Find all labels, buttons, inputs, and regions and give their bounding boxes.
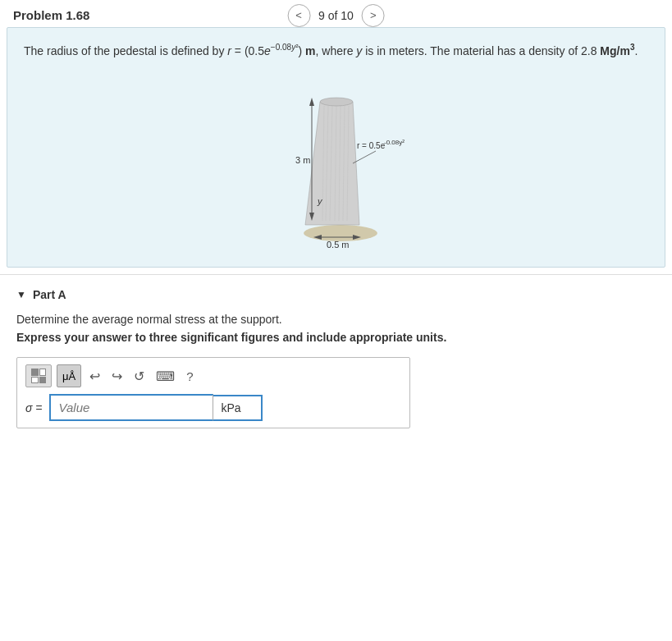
svg-line-16 xyxy=(353,151,376,163)
sigma-label: σ = xyxy=(25,401,43,414)
problem-text: The radius of the pedestal is defined by… xyxy=(24,41,648,60)
matrix-icon xyxy=(31,369,46,383)
unit-display: kPa xyxy=(213,395,263,421)
part-a-section: ▼ Part A Determine the average normal st… xyxy=(0,274,672,442)
svg-marker-11 xyxy=(309,98,314,106)
collapse-arrow[interactable]: ▼ xyxy=(16,289,26,300)
figure-container: 3 m 0.5 m y r = 0.5e -0.08y² xyxy=(24,73,648,254)
label-3m: 3 m xyxy=(295,155,310,165)
value-input[interactable] xyxy=(49,394,213,421)
help-button[interactable]: ? xyxy=(186,369,193,383)
next-button[interactable]: > xyxy=(362,4,385,27)
answer-toolbar: μÅ ↩ ↪ ↺ ⌨ ? xyxy=(25,364,401,387)
label-05m: 0.5 m xyxy=(327,240,350,250)
svg-marker-1 xyxy=(305,102,359,225)
nav-counter: 9 of 10 xyxy=(318,9,354,22)
keyboard-button[interactable]: ⌨ xyxy=(153,364,178,387)
matrix-cell-4 xyxy=(39,377,47,384)
undo-button[interactable]: ↩ xyxy=(86,364,103,387)
refresh-button[interactable]: ↺ xyxy=(130,364,148,387)
matrix-cell-1 xyxy=(31,369,39,376)
matrix-cell-3 xyxy=(31,377,39,384)
answer-row: σ = kPa xyxy=(25,394,401,421)
label-r: r = 0.5e xyxy=(357,141,386,150)
svg-point-0 xyxy=(304,225,377,241)
redo-button[interactable]: ↪ xyxy=(108,364,126,387)
part-instruction: Determine the average normal stress at t… xyxy=(16,313,656,326)
matrix-cell-2 xyxy=(39,369,47,376)
svg-point-9 xyxy=(320,98,353,106)
part-instruction-bold: Express your answer to three significant… xyxy=(16,331,656,344)
problem-content-area: The radius of the pedestal is defined by… xyxy=(7,27,665,268)
answer-box: μÅ ↩ ↪ ↺ ⌨ ? σ = kPa xyxy=(16,357,410,428)
matrix-button[interactable] xyxy=(25,364,52,387)
problem-title: Problem 1.68 xyxy=(13,8,89,22)
prev-button[interactable]: < xyxy=(287,4,310,27)
mu-button[interactable]: μÅ xyxy=(57,364,81,387)
pedestal-figure: 3 m 0.5 m y r = 0.5e -0.08y² xyxy=(246,73,427,254)
label-r-exp: -0.08y² xyxy=(384,139,405,146)
part-a-header: Part A xyxy=(33,288,66,301)
